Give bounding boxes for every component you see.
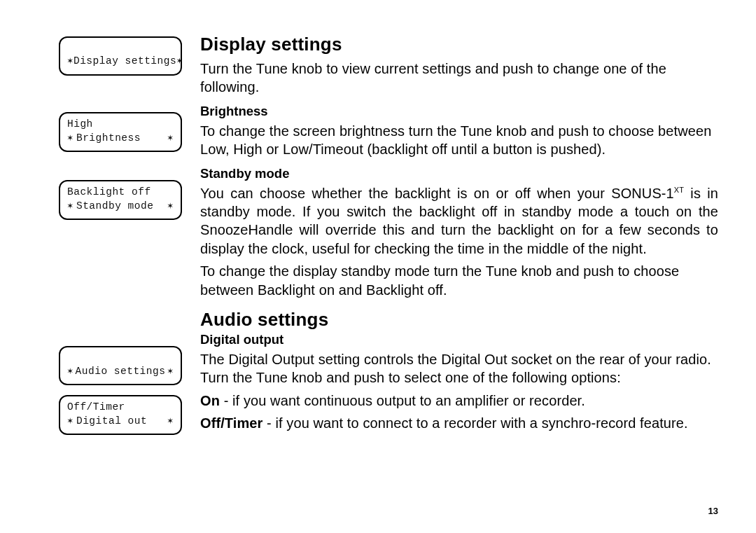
lcd-line-bottom: Brightness [76,132,141,146]
subheading-digital-output: Digital output [200,332,718,347]
heading-audio-settings: Audio settings [200,309,718,331]
star-icon: ✶ [67,366,74,376]
text-run: - if you want continuous output to an am… [220,393,585,408]
lcd-text: Audio settings [76,365,166,379]
lcd-line-top: High [67,118,174,132]
lcd-text: Display settings [74,55,176,69]
paragraph-standby-1: You can choose whether the backlight is … [200,184,718,258]
star-icon: ✶ [67,56,74,66]
two-column-layout: ✶ Display settings ✶ High ✶ Brightness ✶… [59,34,718,436]
text-run: You can choose whether the backlight is … [200,186,674,201]
lcd-brightness: High ✶ Brightness ✶ [59,112,182,152]
star-icon: ✶ [167,201,174,211]
manual-page: ✶ Display settings ✶ High ✶ Brightness ✶… [0,0,756,533]
heading-display-settings: Display settings [200,34,718,55]
star-icon: ✶ [176,56,183,66]
lcd-line-top: Off/Timer [67,401,174,415]
paragraph-off-timer: Off/Timer - if you want to connect to a … [200,414,718,432]
paragraph-digital: The Digital Output setting controls the … [200,350,718,387]
lcd-line-bottom: Standby mode [76,200,153,214]
star-icon: ✶ [167,366,174,376]
text-bold: On [200,393,220,408]
text-superscript: XT [674,186,684,194]
star-icon: ✶ [67,133,74,143]
paragraph-standby-2: To change the display standby mode turn … [200,262,718,299]
paragraph-on: On - if you want continuous output to an… [200,392,718,410]
paragraph-intro: Turn the Tune knob to view current setti… [200,60,718,97]
subheading-brightness: Brightness [200,104,718,119]
star-icon: ✶ [167,416,174,426]
star-icon: ✶ [167,133,174,143]
star-icon: ✶ [67,201,74,211]
paragraph-brightness: To change the screen brightness turn the… [200,122,718,159]
lcd-line-top: Backlight off [67,186,174,200]
lcd-display-settings: ✶ Display settings ✶ [59,36,182,76]
lcd-line-bottom: Digital out [76,415,147,429]
lcd-column: ✶ Display settings ✶ High ✶ Brightness ✶… [59,34,192,435]
lcd-digital-out: Off/Timer ✶ Digital out ✶ [59,395,182,435]
page-number: 13 [708,506,718,516]
text-bold: Off/Timer [200,415,262,431]
star-icon: ✶ [67,416,74,426]
lcd-standby: Backlight off ✶ Standby mode ✶ [59,180,182,220]
text-column: Display settings Turn the Tune knob to v… [200,34,718,436]
text-run: - if you want to connect to a recorder w… [262,415,687,431]
lcd-audio-settings: ✶ Audio settings ✶ [59,346,182,385]
subheading-standby: Standby mode [200,166,718,181]
